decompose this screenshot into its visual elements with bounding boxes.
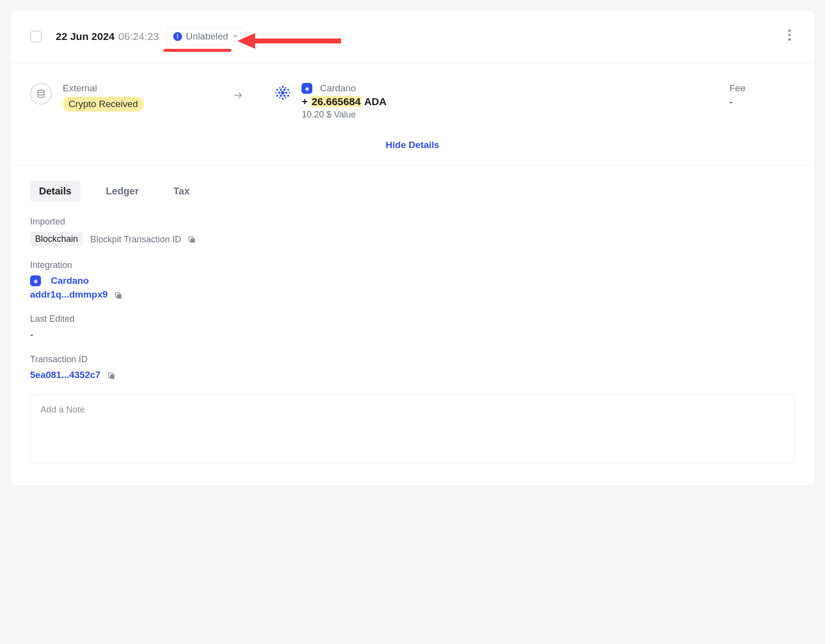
fee-label: Fee xyxy=(729,83,746,94)
svg-point-17 xyxy=(285,97,287,99)
svg-point-15 xyxy=(285,87,287,89)
more-menu-button[interactable] xyxy=(784,25,795,48)
destination-block: ◉ Cardano + 26.665684 ADA 10.20 $ Value xyxy=(273,83,386,120)
label-dropdown[interactable]: ! Unlabeled xyxy=(167,28,246,45)
tab-details[interactable]: Details xyxy=(30,181,80,202)
svg-point-3 xyxy=(788,34,791,37)
transaction-id-link[interactable]: 5ea081...4352c7 xyxy=(30,370,101,380)
svg-point-20 xyxy=(278,92,280,94)
imported-label: Imported xyxy=(30,217,795,227)
source-type-highlight: Crypto Received xyxy=(63,97,144,112)
alert-icon: ! xyxy=(173,32,182,41)
external-source-icon xyxy=(30,83,52,105)
amount-line: + 26.665684 ADA xyxy=(301,96,386,108)
svg-point-11 xyxy=(287,89,289,91)
integration-section: Integration ◉ Cardano addr1q...dmmpx9 xyxy=(30,260,795,300)
annotation-underline xyxy=(163,49,231,52)
last-edited-label: Last Edited xyxy=(30,314,795,324)
svg-point-4 xyxy=(788,38,791,41)
amount-value: 10.20 $ Value xyxy=(301,110,386,120)
blockpit-id-label: Blockpit Transaction ID xyxy=(90,234,181,244)
svg-rect-26 xyxy=(190,238,195,243)
svg-point-22 xyxy=(280,89,282,91)
note-input[interactable] xyxy=(30,394,795,463)
select-checkbox[interactable] xyxy=(30,31,42,42)
copy-blockpit-id-button[interactable] xyxy=(188,235,196,244)
svg-point-13 xyxy=(287,95,289,97)
svg-point-5 xyxy=(38,90,44,93)
label-dropdown-text: Unlabeled xyxy=(186,31,228,42)
imported-chip: Blockchain xyxy=(30,232,83,246)
integration-label: Integration xyxy=(30,260,795,270)
transaction-time: 06:24:23 xyxy=(118,31,159,42)
detail-tabs: Details Ledger Tax xyxy=(30,181,795,202)
svg-point-24 xyxy=(280,95,282,97)
fee-block: Fee - xyxy=(729,83,746,108)
cardano-logo-icon xyxy=(273,83,293,103)
transaction-date: 22 Jun 2024 xyxy=(56,31,114,42)
transaction-id-label: Transaction ID xyxy=(30,354,795,365)
hide-details-row: Hide Details xyxy=(10,140,815,165)
svg-point-8 xyxy=(282,86,284,88)
destination-chain-row: ◉ Cardano xyxy=(301,83,386,94)
copy-address-button[interactable] xyxy=(114,291,123,300)
svg-point-9 xyxy=(282,98,284,100)
svg-point-19 xyxy=(289,92,291,94)
transaction-flow: External Crypto Received xyxy=(10,63,815,140)
transaction-header: 22 Jun 2024 06:24:23 ! Unlabeled xyxy=(10,10,815,63)
tab-ledger[interactable]: Ledger xyxy=(97,181,148,202)
annotation-arrow xyxy=(237,31,341,53)
transaction-card: 22 Jun 2024 06:24:23 ! Unlabeled xyxy=(10,10,815,486)
chain-badge-icon: ◉ xyxy=(301,83,312,94)
svg-rect-30 xyxy=(110,375,114,379)
svg-point-16 xyxy=(279,97,281,99)
destination-chain-name: Cardano xyxy=(320,83,356,93)
svg-point-10 xyxy=(276,89,278,91)
last-edited-value: - xyxy=(30,329,795,341)
fee-value: - xyxy=(729,97,746,108)
copy-transaction-id-button[interactable] xyxy=(107,372,116,380)
svg-point-2 xyxy=(788,30,791,32)
svg-point-23 xyxy=(284,89,286,91)
source-block: External Crypto Received xyxy=(30,83,144,112)
hide-details-toggle[interactable]: Hide Details xyxy=(386,140,440,150)
svg-point-12 xyxy=(276,95,278,97)
amount-number: 26.665684 xyxy=(311,96,362,107)
flow-arrow-icon xyxy=(232,90,243,104)
svg-point-7 xyxy=(281,91,285,95)
svg-point-14 xyxy=(279,87,281,89)
integration-chain-link[interactable]: Cardano xyxy=(51,275,89,286)
last-edited-section: Last Edited - xyxy=(30,314,795,341)
integration-address-link[interactable]: addr1q...dmmpx9 xyxy=(30,289,108,300)
svg-point-25 xyxy=(284,95,286,97)
source-label: External xyxy=(63,83,144,94)
transaction-id-section: Transaction ID 5ea081...4352c7 xyxy=(30,354,795,380)
svg-marker-1 xyxy=(237,33,255,49)
imported-section: Imported Blockchain Blockpit Transaction… xyxy=(30,217,795,246)
svg-point-18 xyxy=(275,92,277,94)
amount-sign: + xyxy=(301,96,307,107)
details-pane: Details Ledger Tax Imported Blockchain B… xyxy=(10,166,815,486)
chain-badge-icon: ◉ xyxy=(30,275,41,286)
svg-rect-28 xyxy=(117,294,121,299)
tab-tax[interactable]: Tax xyxy=(164,181,198,202)
amount-currency: ADA xyxy=(364,96,387,107)
svg-point-21 xyxy=(285,92,287,94)
